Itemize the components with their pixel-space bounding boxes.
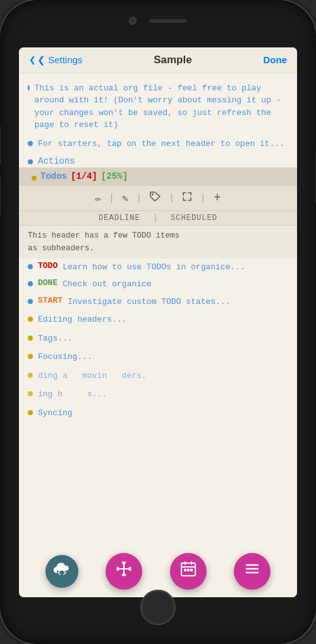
home-button[interactable] [140,590,176,625]
bullet-dot-icon [28,264,33,269]
sub-content: This header has a few TODO itemsas subhe… [19,226,297,258]
separator: | [198,193,207,204]
todo-keyword: TODO [38,261,58,270]
svg-rect-13 [190,569,193,571]
separator: | [107,193,116,204]
scheduled-label[interactable]: SCHEDULED [171,214,217,222]
bullet-dot-icon [28,317,33,322]
list-item[interactable]: Focusing... [19,348,297,367]
list-item: For starters, tap on the next header to … [19,137,297,152]
bullet-dot-icon [28,373,33,378]
list-fab-button[interactable] [234,553,270,590]
list-item[interactable]: Tags... [19,329,297,348]
volume-up-button [0,126,1,164]
separator: | [135,193,143,204]
back-label: ❮ Settings [37,54,82,66]
list-item: Actions [19,155,297,167]
bullet-dot-icon [28,85,30,90]
sync-fab-button[interactable] [46,555,78,588]
nav-title: Sample [154,54,191,66]
tap-header-text: For starters, tap on the next header to … [38,138,284,150]
section-label: Syncing [38,407,73,420]
done-text: Check out organice [63,278,151,291]
todos-fraction: [1/4] [71,171,97,181]
deadline-scheduled-row: DEADLINE | SCHEDULED [19,211,297,226]
todos-percent: [25%] [101,171,128,181]
volume-down-button [0,177,1,215]
subheader-description: This header has a few TODO itemsas subhe… [28,231,179,253]
edit-icon[interactable]: ✏ [88,190,107,207]
bullet-dot-icon [28,336,33,341]
tag-icon[interactable] [143,189,167,207]
separator: | [153,213,158,223]
bullet-dot-icon [28,391,33,396]
svg-rect-11 [184,569,186,571]
list-item[interactable]: Editing headers... [19,310,297,329]
done-button[interactable]: Done [263,54,287,65]
todos-header[interactable]: Todos [1/4] [25%] [19,167,297,185]
bottom-bezel [140,590,176,625]
svg-point-0 [152,193,154,195]
bullet-dot-icon [28,281,33,286]
add-icon[interactable]: + [207,188,228,208]
bullet-dot-icon [28,159,33,164]
bullet-dot-icon [28,410,33,415]
list-item[interactable]: ding a movin ders. [19,367,297,386]
section-label: ing h s... [38,388,107,401]
separator: | [167,193,176,204]
list-icon [244,561,260,581]
todo-item-2[interactable]: DONE Check out organice [19,276,297,293]
start-keyword: START [38,296,63,305]
edit2-icon[interactable]: ✎ [116,190,135,207]
section-label: Editing headers... [38,313,126,326]
expand-icon[interactable] [176,189,198,207]
section-label: Tags... [38,332,73,345]
cloud-sync-icon [53,562,71,580]
list-item[interactable]: ing h s... [19,385,297,404]
todo-item-1[interactable]: TODO Learn how to use TODOs in organice.… [19,258,297,276]
bullet-dot-icon [28,354,33,359]
calendar-fab-button[interactable] [170,553,207,590]
bullet-dot-icon [28,141,33,146]
deadline-label[interactable]: DEADLINE [99,214,140,222]
chevron-left-icon: ❮ [29,55,36,64]
todo-text: Learn how to use TODOs in organice... [63,261,245,274]
list-item: This is an actual org file - feel free t… [19,81,297,133]
svg-rect-12 [187,569,190,571]
bullet-dot-icon [28,299,33,304]
todo-item-3[interactable]: START Investigate custom TODO states... [19,293,297,311]
section-label: Focusing... [38,351,92,363]
done-keyword: DONE [38,278,58,288]
top-bezel [101,11,215,30]
todos-bullet-icon [32,176,37,181]
start-text: Investigate custom TODO states... [68,296,230,308]
camera [129,17,137,25]
settings-back-button[interactable]: ❮ ❮ Settings [29,54,82,66]
nav-bar: ❮ ❮ Settings Sample Done [19,47,297,73]
intro-text: This is an actual org file - feel free t… [35,82,288,131]
content-area: This is an actual org file - feel free t… [19,73,297,597]
section-label: ding a movin ders. [38,370,147,382]
screen: ❮ ❮ Settings Sample Done This is an actu… [19,47,297,597]
actions-label: Actions [38,156,75,166]
fab-area [19,553,297,590]
move-fab-button[interactable] [106,553,142,590]
toolbar-row: ✏ | ✎ | | [19,185,297,211]
speaker [149,19,187,23]
move-icon [116,561,132,581]
phone-frame: ❮ ❮ Settings Sample Done This is an actu… [0,0,316,644]
calendar-icon [180,561,197,581]
list-item[interactable]: Syncing [19,404,297,423]
todos-label: Todos [40,171,67,181]
